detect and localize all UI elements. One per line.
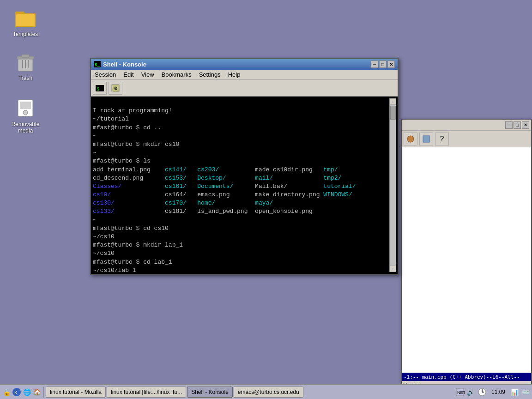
emacs-titlebar: ─ □ ✕ [402, 120, 531, 131]
svg-text:K: K [14, 390, 18, 395]
emacs-content [402, 147, 531, 373]
terminal-scrollbar[interactable]: ▲ ▼ [389, 98, 396, 272]
konsole-toolbar: $ ⚙ [91, 80, 398, 97]
konsole-menubar: Session Edit View Bookmarks Settings Hel… [91, 70, 398, 80]
taskbar-kde-icon[interactable]: K [12, 387, 21, 397]
svg-text:⚙: ⚙ [114, 86, 118, 91]
svg-text:NET: NET [457, 390, 465, 395]
tray-extra-icon2[interactable]: ⌨️ [521, 387, 530, 397]
folder-svg [14, 7, 36, 29]
konsole-titlebar: $_ Shell - Konsole ─ □ ✕ [91, 59, 398, 70]
emacs-label: emacs@turbo.cs.ucr.edu [238, 389, 299, 395]
scroll-thumb[interactable] [390, 106, 396, 120]
terminal-content: I rock at programming! ~/tutorial mfast@… [93, 98, 389, 272]
emacs-toolbar: ? [402, 131, 531, 147]
removable-media-icon[interactable]: Removablemedia [7, 97, 44, 134]
removable-svg [14, 97, 36, 119]
svg-point-11 [23, 110, 28, 115]
scroll-up-btn[interactable]: ▲ [390, 98, 396, 105]
tray-network-icon[interactable]: NET [455, 387, 465, 397]
taskbar: 🔒 K 🌐 🏠 linux tutorial - Mozilla linux t… [0, 384, 532, 399]
templates-label: Templates [13, 31, 38, 37]
menu-settings[interactable]: Settings [195, 70, 224, 79]
konsole-maximize-btn[interactable]: □ [379, 60, 387, 68]
toolbar-settings[interactable]: ⚙ [109, 82, 122, 95]
svg-text:$: $ [97, 86, 99, 91]
menu-edit[interactable]: Edit [120, 70, 137, 79]
konsole-close-btn[interactable]: ✕ [387, 60, 395, 68]
trash-desktop-icon[interactable]: Trash [7, 51, 44, 81]
konsole-minimize-btn[interactable]: ─ [371, 60, 378, 68]
taskbar-clock: 11:09 [489, 389, 508, 395]
templates-icon[interactable]: Templates [7, 7, 44, 37]
taskbar-konsole-btn[interactable]: Shell - Konsole [187, 387, 233, 398]
removable-media-label: Removablemedia [12, 121, 40, 134]
menu-bookmarks[interactable]: Bookmarks [158, 70, 195, 79]
tray-extra-icon1[interactable]: 📊 [510, 387, 519, 397]
svg-rect-13 [423, 136, 429, 142]
emacs-toolbar-btn3[interactable]: ? [435, 133, 449, 145]
taskbar-emacs-btn[interactable]: emacs@turbo.cs.ucr.edu [234, 387, 303, 398]
svg-text:$_: $_ [95, 62, 100, 67]
trash-svg [14, 51, 36, 73]
konsole-title-icon: $_ [94, 60, 101, 68]
svg-rect-2 [16, 14, 35, 26]
taskbar-mozilla-btn[interactable]: linux tutorial - Mozilla [46, 387, 106, 398]
taskbar-browser-icon[interactable]: 🌐 [22, 387, 31, 397]
toolbar-new-session[interactable]: $ [93, 82, 107, 95]
emacs-window: ─ □ ✕ ? -1:-- main.cpp (C++ Abbrev)--L6-… [401, 119, 532, 391]
konsole-title: Shell - Konsole [103, 61, 146, 68]
emacs-close-btn[interactable]: ✕ [522, 121, 529, 129]
taskbar-home-icon[interactable]: 🏠 [32, 387, 42, 397]
konsole-window: $_ Shell - Konsole ─ □ ✕ Session Edit Vi… [90, 58, 399, 275]
taskbar-right: NET 🔊 11:09 📊 ⌨️ [455, 387, 530, 397]
menu-session[interactable]: Session [91, 70, 120, 79]
emacs-toolbar-btn1[interactable] [404, 133, 417, 145]
menu-help[interactable]: Help [224, 70, 244, 79]
scroll-down-btn[interactable]: ▼ [390, 266, 396, 272]
titlebar-buttons: ─ □ ✕ [371, 60, 395, 68]
emacs-modeline: -1:-- main.cpp (C++ Abbrev)--L6--All-- [402, 373, 531, 381]
svg-point-12 [407, 136, 414, 142]
taskbar-sep1 [43, 387, 44, 398]
trash-label: Trash [18, 75, 32, 81]
mozilla-label: linux tutorial - Mozilla [50, 389, 102, 395]
svg-rect-10 [20, 102, 31, 109]
emacs-minimize-btn[interactable]: ─ [505, 121, 513, 129]
konsole-taskbar-label: Shell - Konsole [191, 389, 229, 395]
tray-volume-icon[interactable]: 🔊 [466, 387, 476, 397]
taskbar-lock-icon[interactable]: 🔒 [2, 387, 11, 397]
terminal-area[interactable]: I rock at programming! ~/tutorial mfast@… [91, 97, 398, 274]
tray-clock-icon [478, 387, 487, 397]
svg-rect-5 [22, 54, 29, 57]
taskbar-mozilla2-btn[interactable]: linux tutorial [file:.../linux_tu... [107, 387, 186, 398]
emacs-toolbar-btn2[interactable] [419, 133, 433, 145]
menu-view[interactable]: View [138, 70, 158, 79]
titlebar-left: $_ Shell - Konsole [94, 60, 146, 68]
mozilla2-label: linux tutorial [file:.../linux_tu... [111, 389, 182, 395]
emacs-maximize-btn[interactable]: □ [514, 121, 521, 129]
